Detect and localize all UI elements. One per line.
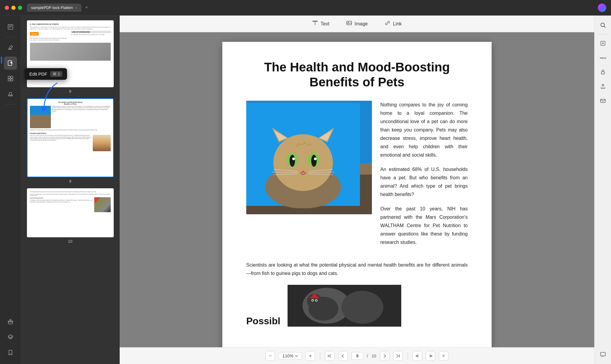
page-total: 10: [372, 354, 376, 358]
pdf-title: The Health and Mood-Boosting Benefits of…: [246, 60, 468, 90]
toolbar-text-button[interactable]: Text: [308, 18, 333, 29]
nav-prev-button[interactable]: [338, 351, 348, 361]
svg-rect-45: [310, 297, 319, 298]
layers-icon: [7, 334, 14, 340]
edit-pdf-icon: [7, 60, 14, 66]
maximize-button[interactable]: [18, 6, 22, 10]
sidebar-item-gift[interactable]: [4, 315, 17, 328]
zoom-level-display[interactable]: 110%: [279, 352, 302, 360]
svg-rect-10: [8, 79, 10, 81]
svg-point-48: [312, 300, 313, 301]
thumb10-quote: "There is no answer about how to eat a l…: [30, 194, 111, 196]
comment-icon: [600, 351, 606, 357]
pdf-page: The Health and Mood-Boosting Benefits of…: [222, 42, 492, 347]
svg-point-42: [341, 291, 383, 324]
sidebar-item-reader[interactable]: [4, 20, 17, 33]
svg-point-29: [290, 155, 295, 167]
svg-rect-0: [8, 25, 13, 29]
sidebar-item-layers[interactable]: [4, 331, 17, 344]
svg-rect-8: [8, 76, 10, 78]
tooltip-shortcut-symbol: ⌘: [53, 72, 57, 76]
thumbnail-item-10[interactable]: It is a fairly despicable behavior to fi…: [25, 188, 116, 244]
nav-next-button[interactable]: [380, 351, 390, 361]
comment-button[interactable]: [597, 348, 609, 360]
tooltip-shortcut: ⌘ 2: [50, 71, 62, 77]
add-tab-button[interactable]: +: [83, 3, 91, 12]
thumb-page-9-num: 9: [69, 179, 71, 183]
share-button[interactable]: [597, 80, 609, 92]
zoom-in-button[interactable]: +: [306, 351, 315, 361]
extract-button[interactable]: [597, 37, 609, 49]
minimize-button[interactable]: [11, 6, 16, 10]
svg-point-32: [314, 157, 317, 160]
svg-rect-16: [313, 21, 317, 22]
close-button[interactable]: [5, 6, 9, 10]
active-indicator: [1, 56, 2, 64]
thumb8-left: String The composition of interest point…: [30, 31, 69, 42]
thumb8-text-1: The composition of colored points, how m…: [30, 26, 111, 30]
svg-rect-57: [601, 99, 605, 103]
nav-prev-icon: [341, 354, 345, 358]
zoom-chevron-icon: [295, 355, 298, 357]
thumb9-para-2: Scientists are looking at what the poten…: [30, 129, 111, 131]
thumb9-health-body: If you've ever owned a pet, you don't ne…: [30, 135, 111, 151]
main-layout: 3. THE COMPOSITION OF POINTS The composi…: [0, 16, 611, 364]
thumbnail-card-10[interactable]: It is a fairly despicable behavior to fi…: [27, 188, 114, 237]
mail-button[interactable]: [597, 95, 609, 107]
pdf-content-row: Nothing compares to the joy of coming ho…: [246, 101, 468, 253]
edit-pdf-wrapper: [4, 56, 17, 70]
search-panel-button[interactable]: [597, 19, 609, 31]
sidebar-divider-2: [6, 104, 15, 105]
thumb8-row: String The composition of interest point…: [30, 31, 111, 42]
svg-point-30: [311, 155, 317, 167]
svg-rect-58: [601, 352, 605, 356]
sidebar-item-stamp[interactable]: [4, 88, 17, 101]
extract-icon: [600, 40, 606, 46]
mail-icon: [600, 98, 606, 104]
close-bar-button[interactable]: ×: [439, 351, 449, 361]
thumb8-image: [30, 43, 111, 61]
zoom-out-button[interactable]: −: [265, 351, 275, 361]
page-separator: /: [367, 354, 368, 358]
toolbar-image-button[interactable]: Image: [343, 18, 371, 29]
toolbar-link-button[interactable]: Link: [381, 18, 405, 29]
organize-icon: [7, 75, 14, 82]
thumbnail-item-9[interactable]: The Health and Mood-BoostingBenefits of …: [25, 98, 116, 183]
sidebar-divider-1: [6, 37, 15, 37]
thumb8-text-3: A composition of colored points, how mai…: [71, 34, 111, 36]
lock-icon: [600, 69, 606, 75]
thumb10-animal-image: [94, 197, 111, 212]
pdf-text-block: Nothing compares to the joy of coming ho…: [380, 101, 468, 253]
tab-close-icon[interactable]: ×: [75, 6, 77, 10]
thumb10-text-1: It is a fairly despicable behavior to fi…: [30, 191, 111, 193]
nav-first-button[interactable]: [325, 351, 335, 361]
nav-skip-prev-button[interactable]: [413, 351, 422, 361]
nav-skip-prev-icon: [415, 354, 420, 358]
thumb8-line-title: LINE OF KNOWLEDGE: [71, 31, 111, 33]
lock-button[interactable]: [597, 66, 609, 78]
sidebar-item-highlight[interactable]: [4, 41, 17, 54]
main-toolbar: Text Image: [120, 16, 594, 32]
content-wrapper: Text Image: [120, 16, 594, 364]
pdf-section-row: Possibl: [246, 285, 468, 327]
thumb10-helping-text: It is today to look into the subjective …: [30, 200, 93, 203]
link-tool-icon: [384, 20, 390, 27]
sidebar-item-edit-pdf[interactable]: [4, 56, 17, 70]
nav-skip-next-button[interactable]: [426, 351, 435, 361]
pdf-scroll-area[interactable]: The Health and Mood-Boosting Benefits of…: [120, 32, 594, 347]
thumb10-body: Animals Helping People It is today to lo…: [30, 197, 111, 212]
thumbnail-item-8[interactable]: 3. THE COMPOSITION OF POINTS The composi…: [25, 20, 116, 94]
pdf-a-button[interactable]: PDF/A: [597, 52, 609, 64]
pdf-cat-image: [246, 101, 372, 214]
nav-last-button[interactable]: [393, 351, 403, 361]
sidebar-item-organize[interactable]: [4, 72, 17, 85]
svg-point-22: [273, 134, 333, 191]
thumb8-string-label: String: [30, 32, 39, 36]
active-tab[interactable]: samplePDF-lock-Flatten ×: [27, 4, 81, 12]
sidebar-item-bookmark[interactable]: [4, 346, 17, 359]
nav-first-icon: [328, 354, 332, 358]
svg-line-53: [604, 26, 605, 28]
thumb8-text-2: The composition of interest points, how …: [30, 37, 69, 41]
titlebar: samplePDF-lock-Flatten × +: [0, 0, 611, 16]
page-number-input[interactable]: [351, 352, 363, 360]
